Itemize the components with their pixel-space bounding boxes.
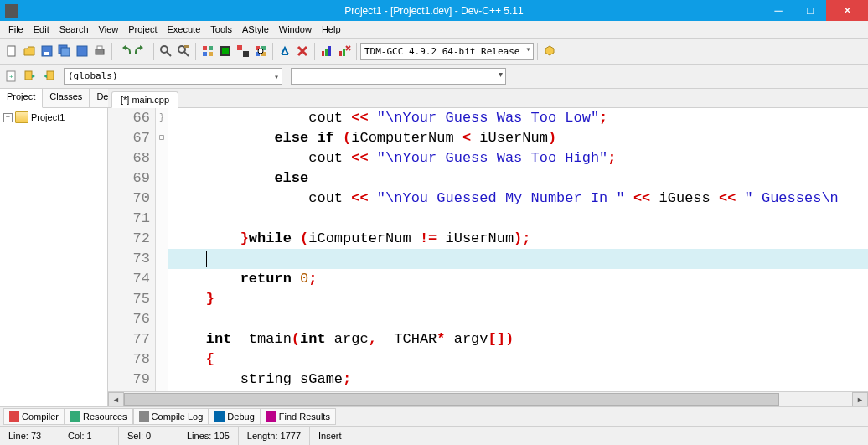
svg-text:+: + xyxy=(9,73,13,80)
bottom-tab-resources[interactable]: Resources xyxy=(65,408,133,425)
bottom-tab-find-results[interactable]: Find Results xyxy=(261,408,336,425)
side-tab-classes[interactable]: Classes xyxy=(43,89,90,107)
close-button[interactable]: ✕ xyxy=(826,0,868,21)
member-dropdown[interactable] xyxy=(291,68,506,85)
status-sel: Sel: 0 xyxy=(119,427,178,445)
fold-gutter[interactable]: }⊟ xyxy=(156,108,168,391)
svg-rect-20 xyxy=(243,51,249,57)
replace-icon[interactable] xyxy=(175,43,192,60)
save-all-icon[interactable] xyxy=(56,43,73,60)
file-tabs: [*] main.cpp xyxy=(108,89,868,108)
svg-rect-5 xyxy=(77,46,87,56)
rebuild-icon[interactable] xyxy=(252,43,269,60)
svg-rect-6 xyxy=(96,49,104,54)
scroll-thumb[interactable] xyxy=(124,393,779,406)
save-icon[interactable] xyxy=(39,43,55,60)
minimize-button[interactable]: ─ xyxy=(762,0,794,21)
svg-rect-28 xyxy=(325,49,328,56)
scroll-left-icon[interactable]: ◄ xyxy=(108,392,124,406)
svg-rect-13 xyxy=(203,46,207,50)
menu-execute[interactable]: Execute xyxy=(163,23,206,36)
svg-rect-31 xyxy=(343,49,345,56)
side-tab-project[interactable]: Project xyxy=(0,89,43,108)
svg-line-11 xyxy=(184,52,189,56)
svg-rect-29 xyxy=(328,46,331,56)
svg-rect-4 xyxy=(61,48,70,56)
menu-help[interactable]: Help xyxy=(317,23,346,36)
goto-back-icon[interactable] xyxy=(40,68,57,85)
file-tab[interactable]: [*] main.cpp xyxy=(111,91,178,108)
tree-root-label: Project1 xyxy=(31,112,65,122)
bottom-tab-compiler[interactable]: Compiler xyxy=(3,408,65,425)
open-icon[interactable] xyxy=(21,43,38,60)
status-lines: Lines: 105 xyxy=(178,427,239,445)
scope-toolbar: + (globals) xyxy=(0,65,868,89)
bottom-tabs: CompilerResourcesCompile LogDebugFind Re… xyxy=(0,406,868,426)
menu-view[interactable]: View xyxy=(94,23,124,36)
svg-rect-18 xyxy=(222,48,229,54)
project-icon xyxy=(15,111,28,123)
expand-icon[interactable]: + xyxy=(3,113,13,122)
scope-dropdown[interactable]: (globals) xyxy=(64,68,282,85)
svg-rect-7 xyxy=(97,46,102,49)
delete-profile-icon[interactable] xyxy=(336,43,353,60)
status-line: Line: 73 xyxy=(0,427,59,445)
svg-point-8 xyxy=(161,46,168,53)
find-icon[interactable] xyxy=(158,43,174,60)
menu-tools[interactable]: Tools xyxy=(205,23,237,36)
menu-bar: FileEditSearchViewProjectExecuteToolsASt… xyxy=(0,21,868,39)
undo-icon[interactable] xyxy=(116,43,132,60)
tab-icon xyxy=(9,411,19,422)
svg-point-10 xyxy=(178,46,185,53)
print-icon[interactable] xyxy=(91,43,108,60)
code-editor[interactable]: 666768697071727374757677787980 }⊟ cout <… xyxy=(108,108,868,391)
run-icon[interactable] xyxy=(217,43,234,60)
svg-line-9 xyxy=(167,52,171,56)
save-as-icon[interactable] xyxy=(74,43,90,60)
status-length: Length: 1777 xyxy=(239,427,310,445)
compile-icon[interactable] xyxy=(199,43,216,60)
project-tree[interactable]: + Project1 xyxy=(0,108,107,406)
scroll-right-icon[interactable]: ► xyxy=(852,392,868,406)
main-toolbar: TDM-GCC 4.9.2 64-bit Release xyxy=(0,39,868,65)
profile-icon[interactable] xyxy=(318,43,335,60)
window-title: Project1 - [Project1.dev] - Dev-C++ 5.11 xyxy=(344,5,523,17)
menu-window[interactable]: Window xyxy=(274,23,317,36)
menu-file[interactable]: File xyxy=(3,23,28,36)
maximize-button[interactable]: □ xyxy=(794,0,826,21)
tab-icon xyxy=(139,411,149,422)
tree-root-node[interactable]: + Project1 xyxy=(3,111,104,123)
stop-icon[interactable] xyxy=(294,43,311,60)
bottom-tab-debug[interactable]: Debug xyxy=(209,408,260,425)
svg-rect-30 xyxy=(339,51,342,56)
status-bar: Line: 73 Col: 1 Sel: 0 Lines: 105 Length… xyxy=(0,426,868,445)
redo-icon[interactable] xyxy=(133,43,150,60)
svg-rect-0 xyxy=(8,46,15,56)
goto-func-icon[interactable] xyxy=(22,68,39,85)
source-text[interactable]: cout << "\nYour Guess Was Too Low"; else… xyxy=(168,108,868,391)
svg-rect-16 xyxy=(209,52,213,56)
new-class-icon[interactable]: + xyxy=(3,68,20,85)
svg-point-25 xyxy=(258,49,263,54)
new-file-icon[interactable] xyxy=(3,43,20,60)
svg-rect-15 xyxy=(203,52,207,56)
side-tabs: ProjectClassesDebug xyxy=(0,89,107,108)
help-icon[interactable] xyxy=(541,43,558,60)
svg-rect-34 xyxy=(25,71,32,80)
line-gutter: 666768697071727374757677787980 xyxy=(108,108,156,391)
svg-rect-19 xyxy=(237,45,242,50)
tab-icon xyxy=(266,411,276,422)
debug-icon[interactable] xyxy=(276,43,293,60)
bottom-tab-compile-log[interactable]: Compile Log xyxy=(133,408,209,425)
compiler-selector[interactable]: TDM-GCC 4.9.2 64-bit Release xyxy=(360,43,534,60)
status-col: Col: 1 xyxy=(59,427,119,445)
tab-icon xyxy=(214,411,225,422)
compile-run-icon[interactable] xyxy=(235,43,251,60)
menu-search[interactable]: Search xyxy=(54,23,94,36)
svg-rect-12 xyxy=(184,45,189,48)
menu-project[interactable]: Project xyxy=(123,23,162,36)
horizontal-scrollbar[interactable]: ◄ ► xyxy=(108,391,868,406)
menu-edit[interactable]: Edit xyxy=(28,23,54,36)
app-icon xyxy=(5,4,18,18)
menu-astyle[interactable]: AStyle xyxy=(237,23,274,36)
